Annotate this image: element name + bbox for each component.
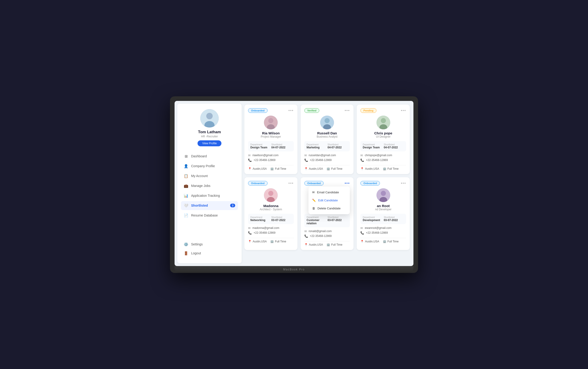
dept-label-chris-pope: Department	[363, 143, 383, 146]
shortlisted-date-ewan-root: 03-07-2022	[384, 219, 404, 222]
sidebar-item-application-tracking[interactable]: 📊 Application Tracking	[181, 191, 238, 200]
context-delete-ronald[interactable]: 🗑 Delete Candidate	[308, 204, 350, 212]
context-edit-icon: ✏️	[312, 199, 316, 202]
card-name-russell-dan: Russell Dan	[317, 131, 337, 135]
sidebar: Tom Latham HR -Recruiter View Profile ⊞ …	[177, 104, 242, 263]
location-icon-chris-pope: 📍	[360, 167, 364, 170]
card-avatar-chris-pope	[377, 116, 390, 129]
phone-value-chris-pope: +22-35468-12869	[366, 159, 388, 162]
card-avatar-russell-dan	[320, 116, 334, 129]
settings-icon: ⚙️	[184, 242, 188, 247]
card-header-ronald: Onboarded •••	[304, 181, 350, 186]
card-info-russell-dan: Department Marketing Shortlisted 04-07-2…	[304, 141, 350, 151]
phone-icon-ria-wilson: 📞	[248, 159, 252, 162]
laptop-screen: Tom Latham HR -Recruiter View Profile ⊞ …	[175, 101, 413, 266]
shortlisted-label-madonna: Shortlisted	[271, 216, 291, 219]
sidebar-item-my-account[interactable]: 📋 My Account	[181, 171, 238, 180]
dots-menu-russell-dan[interactable]: •••	[345, 109, 350, 113]
avatar	[200, 109, 219, 128]
work-icon-russell-dan: 🏢	[327, 167, 330, 170]
email-icon-ewan-root: ✉	[360, 226, 363, 230]
dots-menu-chris-pope[interactable]: •••	[401, 109, 406, 113]
context-email-ronald[interactable]: ✉ Email Candidate	[308, 188, 350, 196]
work-value-madonna: Full Time	[275, 240, 286, 243]
sidebar-item-logout[interactable]: 🚪 Logout	[181, 249, 238, 258]
dots-menu-ewan-root[interactable]: •••	[401, 181, 406, 185]
location-icon-russell-dan: 📍	[304, 167, 308, 170]
dept-value-russell-dan: Marketing	[307, 146, 327, 149]
view-profile-button[interactable]: View Profile	[198, 140, 221, 146]
location-icon-ronald: 📍	[304, 243, 308, 246]
company-profile-icon: 👤	[184, 164, 188, 168]
status-badge-madonna: Onboarded	[248, 181, 268, 186]
card-contacts-madonna: ✉ madonna@gmail.com 📞 +22-35468-12869 📍 …	[248, 226, 294, 243]
dots-menu-ronald[interactable]: •••	[345, 181, 350, 185]
card-contacts-ronald: ✉ ronald@gmail.com 📞 +22-35468-12869 📍 A…	[304, 229, 350, 246]
application-tracking-icon: 📊	[184, 194, 188, 198]
phone-icon-ronald: 📞	[304, 234, 308, 238]
sidebar-item-dashboard[interactable]: ⊞ Dashboard	[181, 152, 238, 161]
phone-item-ria-wilson: 📞 +22-35468-12869	[248, 159, 294, 162]
card-title-russell-dan: Business Analyst	[317, 135, 338, 138]
sidebar-item-settings[interactable]: ⚙️ Settings	[181, 240, 238, 249]
dots-menu-ria-wilson[interactable]: •••	[288, 109, 294, 113]
location-value-ewan-root: Austin,USA	[365, 240, 379, 243]
dots-menu-madonna[interactable]: •••	[288, 181, 294, 185]
candidate-card-ria-wilson: Onboarded ••• Ria Wilson Project Manager…	[244, 105, 297, 174]
card-avatar-madonna	[264, 188, 278, 202]
work-value-chris-pope: Full Time	[388, 167, 399, 170]
phone-item-ewan-root: 📞 +22-35468-12869	[360, 231, 406, 235]
location-icon-madonna: 📍	[248, 240, 252, 243]
nav-section: ⊞ Dashboard 👤 Company Profile 📋 My Accou…	[181, 152, 238, 235]
location-value-chris-pope: Austin,USA	[365, 167, 379, 170]
sidebar-item-manage-jobs[interactable]: 💼 Manage Jobs	[181, 181, 238, 190]
candidate-card-ewan-root: Onboarded ••• an Root nd Developer Depar…	[357, 177, 410, 250]
email-item-madonna: ✉ madonna@gmail.com	[248, 226, 294, 230]
work-icon-ewan-root: 🏢	[383, 240, 386, 243]
sidebar-label-shortlisted: Shortlisted	[191, 204, 208, 207]
svg-point-7	[325, 118, 330, 123]
card-footer-ewan-root: 📍 Austin,USA 🏢 Full Time	[360, 238, 406, 243]
card-info-ewan-root: Department Development Shortlisted 03-07…	[360, 214, 406, 224]
sidebar-item-company-profile[interactable]: 👤 Company Profile	[181, 162, 238, 171]
phone-item-chris-pope: 📞 +22-35468-12869	[360, 159, 406, 162]
card-title-ewan-root: nd Developer	[375, 208, 391, 211]
email-icon-ria-wilson: ✉	[248, 154, 251, 157]
card-footer-ronald: 📍 Austin,USA 🏢 Full Time	[304, 241, 350, 246]
svg-point-4	[268, 118, 273, 123]
card-header-ria-wilson: Onboarded •••	[248, 108, 294, 113]
svg-point-1	[206, 113, 213, 119]
card-title-chris-pope: UI Designer	[376, 135, 390, 138]
location-value-russell-dan: Austin,USA	[309, 167, 323, 170]
context-edit-ronald[interactable]: ✏️ Edit Candidate	[308, 196, 350, 204]
card-contacts-ewan-root: ✉ ewanroot@gmail.com 📞 +22-35468-12869 📍…	[360, 226, 406, 243]
work-value-ria-wilson: Full Time	[275, 167, 286, 170]
sidebar-item-resume-database[interactable]: 📄 Resume Database	[181, 211, 238, 220]
candidate-card-madonna: Onboarded ••• Madonna Architect - System…	[244, 177, 297, 250]
work-icon-ria-wilson: 🏢	[270, 167, 274, 170]
profile-name: Tom Latham	[198, 130, 221, 134]
context-menu-ronald: ✉ Email Candidate ✏️ Edit Candidate 🗑 De…	[308, 186, 350, 214]
dept-value-chris-pope: Design Team	[363, 146, 383, 149]
laptop-frame: Tom Latham HR -Recruiter View Profile ⊞ …	[170, 96, 418, 273]
email-item-ronald: ✉ ronald@gmail.com	[304, 229, 350, 233]
email-value-ewan-root: ewanroot@gmail.com	[365, 226, 391, 229]
laptop-base: MacBook Pro	[175, 266, 413, 273]
dept-label-russell-dan: Department	[307, 143, 327, 146]
email-icon-madonna: ✉	[248, 226, 251, 230]
card-footer-chris-pope: 📍 Austin,USA 🏢 Full Time	[360, 165, 406, 170]
card-info-ronald: Department Customer relation Shortlisted…	[304, 214, 350, 227]
shortlisted-label-russell-dan: Shortlisted	[327, 143, 347, 146]
work-icon-madonna: 🏢	[270, 240, 274, 243]
phone-value-ria-wilson: +22-35468-12869	[253, 159, 275, 162]
sidebar-label-company-profile: Company Profile	[191, 164, 215, 168]
sidebar-item-shortlisted[interactable]: 🤍 Shortlisted 3	[181, 201, 238, 210]
badge-shortlisted: 3	[230, 204, 235, 207]
phone-value-russell-dan: +22-35468-12869	[310, 159, 332, 162]
sidebar-label-settings: Settings	[191, 242, 203, 246]
profile-section: Tom Latham HR -Recruiter View Profile	[181, 109, 238, 146]
card-info-madonna: Department Networking Shortlisted 03-07-…	[248, 214, 294, 224]
card-header-madonna: Onboarded •••	[248, 181, 294, 186]
context-email-label: Email Candidate	[317, 190, 339, 194]
card-avatar-section-madonna: Madonna Architect - System	[248, 188, 294, 211]
